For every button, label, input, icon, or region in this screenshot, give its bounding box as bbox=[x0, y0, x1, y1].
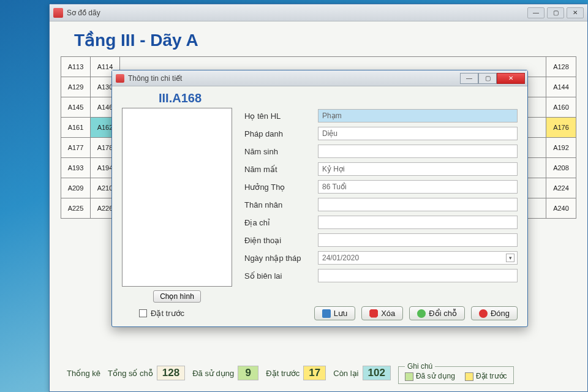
total-slots-value: 128 bbox=[157, 366, 185, 380]
legend-title: Ghi chú bbox=[405, 362, 435, 371]
photo-box[interactable] bbox=[122, 108, 232, 287]
slot-cell[interactable]: A209 bbox=[61, 178, 91, 198]
address-label: Địa chỉ bbox=[244, 218, 312, 227]
save-icon bbox=[322, 309, 331, 318]
slot-code: III.A168 bbox=[122, 91, 518, 108]
page-title: Tầng III - Dãy A bbox=[50, 21, 587, 56]
delete-button[interactable]: Xóa bbox=[361, 306, 403, 320]
legend-swatch-used bbox=[405, 372, 413, 381]
legend-used-label: Đã sử dụng bbox=[416, 372, 455, 380]
reserved-value: 17 bbox=[303, 366, 326, 380]
slot-cell[interactable]: A113 bbox=[61, 57, 91, 77]
slot-cell[interactable]: A129 bbox=[61, 77, 91, 97]
date-dropdown-icon[interactable]: ▾ bbox=[506, 254, 514, 262]
dharma-input[interactable]: Diệu bbox=[318, 127, 518, 140]
date-label: Ngày nhập tháp bbox=[244, 254, 312, 263]
maximize-button[interactable]: ▢ bbox=[547, 7, 564, 18]
death-input[interactable]: Kỷ Hợi bbox=[318, 162, 518, 176]
used-value: 9 bbox=[238, 366, 258, 380]
slot-cell[interactable]: A144 bbox=[546, 77, 576, 97]
age-label: Hưởng Thọ bbox=[244, 183, 312, 192]
swap-icon bbox=[417, 309, 426, 318]
close-detail-button[interactable]: Đóng bbox=[471, 306, 518, 320]
minimize-button[interactable]: — bbox=[527, 7, 545, 18]
app-icon bbox=[53, 8, 63, 18]
detail-modal: Thông tin chi tiết — ▢ ✕ III.A168 Chọn h… bbox=[111, 70, 528, 327]
remain-value: 102 bbox=[363, 366, 391, 380]
save-button[interactable]: Lưu bbox=[314, 306, 355, 320]
relative-input[interactable] bbox=[318, 198, 518, 211]
app-icon bbox=[116, 74, 124, 83]
modal-maximize-button[interactable]: ▢ bbox=[478, 73, 497, 84]
delete-icon bbox=[369, 309, 378, 318]
close-icon bbox=[479, 309, 488, 318]
slot-cell[interactable]: A192 bbox=[546, 138, 576, 157]
address-input[interactable] bbox=[318, 216, 518, 229]
phone-input[interactable] bbox=[318, 233, 518, 247]
slot-cell[interactable]: A145 bbox=[61, 97, 91, 117]
swap-button[interactable]: Đổi chỗ bbox=[409, 306, 465, 320]
slot-cell[interactable]: A128 bbox=[546, 57, 576, 77]
map-window-titlebar[interactable]: Sơ đồ dãy — ▢ ✕ bbox=[50, 4, 587, 21]
reserve-checkbox[interactable] bbox=[139, 309, 147, 317]
legend-box: Ghi chú Đã sử dụng Đặt trước bbox=[398, 362, 514, 384]
slot-cell[interactable]: A193 bbox=[61, 158, 91, 178]
stats-label: Thống kê bbox=[67, 369, 100, 378]
slot-cell[interactable]: A161 bbox=[61, 118, 91, 137]
date-input[interactable]: 24/01/2020▾ bbox=[318, 251, 518, 265]
phone-label: Điện thoại bbox=[244, 236, 312, 245]
slot-cell[interactable]: A240 bbox=[546, 198, 576, 218]
slot-cell[interactable]: A177 bbox=[61, 138, 91, 157]
receipt-label: Số biên lai bbox=[244, 271, 312, 281]
reserved-label: Đặt trước bbox=[266, 369, 300, 378]
death-label: Năm mất bbox=[244, 165, 312, 174]
name-input[interactable]: Phạm bbox=[318, 109, 518, 123]
close-button[interactable]: ✕ bbox=[567, 7, 584, 18]
legend-swatch-reserved bbox=[465, 372, 473, 381]
modal-close-button[interactable]: ✕ bbox=[497, 73, 525, 84]
modal-minimize-button[interactable]: — bbox=[460, 73, 478, 84]
stats-bar: Thống kê Tổng số chỗ 128 Đã sử dụng 9 Đặ… bbox=[50, 358, 587, 388]
slot-cell[interactable]: A176 bbox=[546, 118, 576, 137]
name-label: Họ tên HL bbox=[244, 111, 312, 121]
relative-label: Thân nhân bbox=[244, 200, 312, 209]
total-slots-label: Tổng số chỗ bbox=[108, 369, 153, 378]
slot-cell[interactable]: A224 bbox=[546, 178, 576, 198]
choose-photo-button[interactable]: Chọn hình bbox=[153, 290, 201, 303]
dharma-label: Pháp danh bbox=[244, 129, 312, 138]
slot-cell[interactable]: A225 bbox=[61, 198, 91, 218]
detail-title: Thông tin chi tiết bbox=[128, 74, 182, 83]
detail-titlebar[interactable]: Thông tin chi tiết — ▢ ✕ bbox=[112, 70, 527, 86]
legend-reserved-label: Đặt trước bbox=[476, 372, 507, 380]
used-label: Đã sử dụng bbox=[192, 369, 234, 378]
slot-cell[interactable]: A208 bbox=[546, 158, 576, 178]
slot-cell[interactable]: A160 bbox=[546, 97, 576, 117]
reserve-checkbox-label: Đặt trước bbox=[151, 309, 184, 318]
map-window-title: Sơ đồ dãy bbox=[67, 9, 100, 17]
birth-label: Năm sinh bbox=[244, 147, 312, 156]
birth-input[interactable] bbox=[318, 145, 518, 158]
age-input[interactable]: 86 Tuổi bbox=[318, 180, 518, 194]
remain-label: Còn lại bbox=[333, 369, 358, 378]
receipt-input[interactable] bbox=[318, 269, 518, 282]
